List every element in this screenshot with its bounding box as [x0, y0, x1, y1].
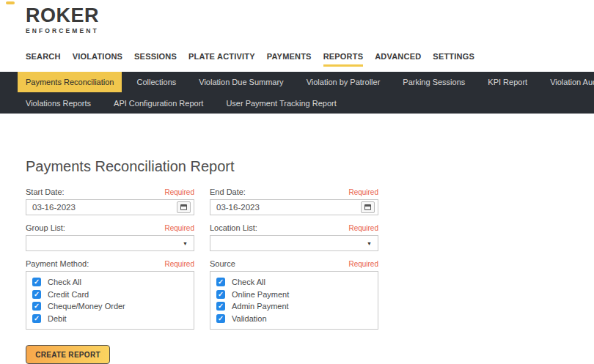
checkbox-checked-icon[interactable] — [32, 302, 41, 311]
nav-item-sessions[interactable]: SESSIONS — [134, 52, 177, 67]
payment-method-check-all[interactable]: Check All — [32, 278, 188, 286]
report-form: Start Date: Required 03-16-2023 End Date… — [26, 187, 594, 330]
group-list-label-row: Group List: Required — [26, 223, 194, 232]
subnav-row-2: Violations Reports API Configuration Rep… — [18, 92, 594, 114]
nav-item-reports[interactable]: REPORTS — [323, 52, 364, 67]
payment-method-debit[interactable]: Debit — [32, 314, 188, 323]
checkbox-checked-icon[interactable] — [216, 314, 225, 323]
subtab-payments-reconciliation[interactable]: Payments Reconciliation — [18, 72, 122, 92]
payment-method-field: Payment Method: Required Check All Credi… — [26, 259, 194, 330]
location-list-label-row: Location List: Required — [210, 223, 378, 232]
nav-item-settings[interactable]: SETTINGS — [433, 52, 474, 67]
subtab-violation-audit-history[interactable]: Violation Audit History — [542, 72, 594, 92]
subtab-violations-reports[interactable]: Violations Reports — [18, 92, 99, 114]
start-date-field: Start Date: Required 03-16-2023 — [26, 187, 194, 215]
group-list-label: Group List: — [26, 223, 65, 232]
checkbox-checked-icon[interactable] — [216, 278, 225, 286]
payment-method-label-row: Payment Method: Required — [26, 259, 194, 268]
checkbox-checked-icon[interactable] — [32, 278, 41, 286]
source-check-all[interactable]: Check All — [216, 278, 372, 286]
source-field: Source Required Check All Online Payment… — [210, 259, 378, 330]
checkbox-checked-icon[interactable] — [216, 302, 225, 311]
page-title: Payments Reconciliation Report — [26, 158, 594, 175]
subtab-user-payment-tracking-report[interactable]: User Payment Tracking Report — [218, 92, 344, 114]
location-list-select[interactable]: ▼ — [210, 235, 378, 251]
brand-name: ROKER — [26, 6, 99, 26]
subtab-collections[interactable]: Collections — [128, 72, 184, 92]
source-label: Source — [210, 259, 235, 268]
start-date-label-row: Start Date: Required — [26, 187, 194, 196]
checkbox-checked-icon[interactable] — [32, 314, 41, 323]
subtab-violation-due-summary[interactable]: Violation Due Summary — [191, 72, 291, 92]
start-date-required-badge: Required — [164, 188, 194, 196]
source-admin-payment[interactable]: Admin Payment — [216, 302, 372, 311]
calendar-glyph-icon — [364, 204, 371, 210]
nav-item-search[interactable]: SEARCH — [26, 52, 61, 67]
end-date-field: End Date: Required 03-16-2023 — [210, 187, 378, 215]
end-date-label: End Date: — [210, 187, 246, 196]
source-label-row: Source Required — [210, 259, 378, 268]
nav-item-plate-activity[interactable]: PLATE ACTIVITY — [188, 52, 255, 67]
subnav-row-1: Payments Reconciliation Collections Viol… — [18, 72, 594, 92]
source-validation[interactable]: Validation — [216, 314, 372, 323]
payment-method-options: Check All Credit Card Cheque/Money Order… — [26, 271, 194, 330]
location-list-label: Location List: — [210, 223, 257, 232]
end-date-required-badge: Required — [348, 188, 378, 196]
location-list-required-badge: Required — [348, 224, 378, 232]
location-list-field: Location List: Required ▼ — [210, 223, 378, 251]
checkbox-checked-icon[interactable] — [216, 290, 225, 299]
source-options: Check All Online Payment Admin Payment V… — [210, 271, 378, 330]
subtab-violation-by-patroller[interactable]: Violation by Patroller — [298, 72, 389, 92]
source-online-payment[interactable]: Online Payment — [216, 290, 372, 299]
payment-method-credit-card[interactable]: Credit Card — [32, 290, 188, 299]
payment-method-label: Payment Method: — [26, 259, 89, 268]
calendar-icon[interactable] — [361, 201, 375, 213]
brand-logo[interactable]: ROKER ENFORCEMENT — [26, 6, 99, 34]
end-date-value: 03-16-2023 — [216, 203, 260, 212]
nav-item-payments[interactable]: PAYMENTS — [267, 52, 312, 67]
start-date-input[interactable]: 03-16-2023 — [26, 199, 194, 215]
chevron-down-icon: ▼ — [367, 241, 375, 246]
create-report-button[interactable]: CREATE REPORT — [26, 345, 110, 364]
nav-item-advanced[interactable]: ADVANCED — [375, 52, 421, 67]
source-required-badge: Required — [348, 260, 378, 268]
end-date-label-row: End Date: Required — [210, 187, 378, 196]
report-form-page: Payments Reconciliation Report Start Dat… — [0, 158, 594, 364]
payment-method-required-badge: Required — [164, 260, 194, 268]
checkbox-checked-icon[interactable] — [32, 290, 41, 299]
end-date-input[interactable]: 03-16-2023 — [210, 199, 378, 215]
calendar-glyph-icon — [180, 204, 187, 210]
brand-subtitle: ENFORCEMENT — [26, 27, 99, 34]
chevron-down-icon: ▼ — [183, 241, 191, 246]
subtab-parking-sessions[interactable]: Parking Sessions — [395, 72, 473, 92]
main-nav: SEARCH VIOLATIONS SESSIONS PLATE ACTIVIT… — [26, 52, 594, 67]
group-list-required-badge: Required — [164, 224, 194, 232]
subtab-api-configuration-report[interactable]: API Configuration Report — [106, 92, 211, 114]
subtab-kpi-report[interactable]: KPI Report — [480, 72, 535, 92]
start-date-value: 03-16-2023 — [32, 203, 76, 212]
start-date-label: Start Date: — [26, 187, 65, 196]
group-list-select[interactable]: ▼ — [26, 235, 194, 251]
group-list-field: Group List: Required ▼ — [26, 223, 194, 251]
nav-item-violations[interactable]: VIOLATIONS — [73, 52, 122, 67]
reports-subnav: Payments Reconciliation Collections Viol… — [0, 72, 594, 114]
payment-method-cheque-money-order[interactable]: Cheque/Money Order — [32, 302, 188, 311]
logo-accent-dash-icon — [6, 1, 15, 4]
calendar-icon[interactable] — [177, 201, 191, 213]
